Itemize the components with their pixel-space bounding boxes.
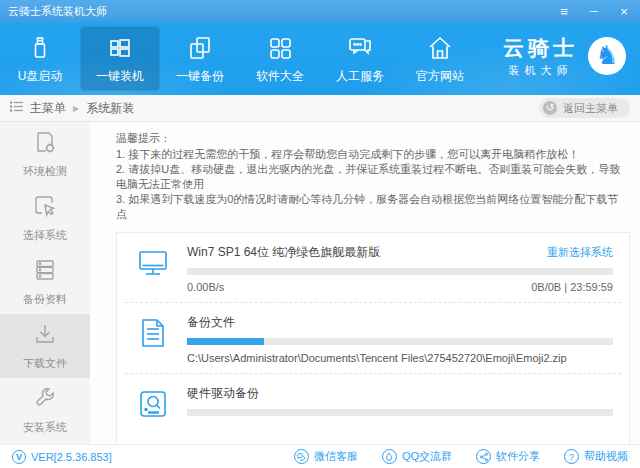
nav-label: 软件大全	[256, 68, 304, 85]
window-controls: ≡ ─ ×	[556, 5, 632, 18]
version-text: VER[2.5.36.853]	[31, 451, 112, 463]
nav-item-website[interactable]: 官方网站	[400, 26, 480, 91]
sidebar-item-select-system[interactable]: 选择系统	[0, 186, 90, 250]
document-icon	[135, 314, 171, 364]
footer-link-label: QQ交流群	[402, 449, 452, 464]
download-panel: Win7 SP1 64位 纯净绿色旗舰最新版 重新选择系统 0.00B/s 0B…	[116, 232, 630, 459]
back-button-label: 返回主菜单	[563, 101, 618, 116]
download-row-system: Win7 SP1 64位 纯净绿色旗舰最新版 重新选择系统 0.00B/s 0B…	[117, 233, 629, 302]
tips-line: 3. 如果遇到下载速度为0的情况时请耐心等待几分钟，服务器会自动根据您当前网络位…	[116, 192, 628, 222]
nav-item-usb-boot[interactable]: U盘启动	[0, 26, 80, 91]
share-software-link[interactable]: 软件分享	[476, 449, 540, 464]
help-icon: ?	[564, 449, 579, 464]
wechat-support-link[interactable]: 微信客服	[294, 449, 358, 464]
body: 环境检测 选择系统 备份资料 下载文件	[0, 122, 640, 444]
nav-label: 一键备份	[176, 68, 224, 85]
drive-search-icon	[135, 385, 171, 421]
back-to-main-menu-button[interactable]: ↺ 返回主菜单	[539, 98, 630, 118]
app-window: 云骑士系统装机大师 ≡ ─ × U盘启动 一键装机 一键备份	[0, 0, 640, 468]
footer-links: 微信客服 QQ交流群 软件分享 ? 帮助视频	[294, 449, 628, 464]
breadcrumb-root[interactable]: 主菜单	[30, 100, 66, 117]
main-content: 温馨提示： 1. 接下来的过程无需您的干预，程序会帮助您自动完成剩下的步骤，您可…	[90, 122, 640, 444]
sidebar-label: 选择系统	[23, 228, 67, 243]
home-icon	[426, 32, 454, 64]
reselect-system-link[interactable]: 重新选择系统	[547, 245, 613, 260]
qq-group-link[interactable]: QQ交流群	[382, 449, 452, 464]
download-title: Win7 SP1 64位 纯净绿色旗舰最新版	[187, 244, 380, 261]
copy-icon	[186, 32, 214, 64]
qq-icon	[382, 449, 397, 464]
install-system-icon	[32, 385, 58, 415]
sidebar-label: 下载文件	[23, 356, 67, 371]
footer-link-label: 帮助视频	[584, 449, 628, 464]
breadcrumb: 主菜单 ▶ 系统新装	[10, 100, 134, 117]
sidebar-item-download-files[interactable]: 下载文件	[0, 314, 90, 378]
sidebar-item-install-system[interactable]: 安装系统	[0, 378, 90, 442]
monitor-icon	[135, 244, 171, 293]
status-bar: V VER[2.5.36.853] 微信客服 QQ交流群 软件分享	[0, 444, 640, 468]
titlebar: 云骑士系统装机大师 ≡ ─ ×	[0, 0, 640, 22]
tips-block: 温馨提示： 1. 接下来的过程无需您的干预，程序会帮助您自动完成剩下的步骤，您可…	[116, 131, 628, 222]
select-system-icon	[32, 193, 58, 223]
nav-item-service[interactable]: 人工服务	[320, 26, 400, 91]
brand-name: 云骑士	[503, 34, 578, 62]
download-speed: 0.00B/s	[187, 281, 224, 293]
menu-list-icon	[10, 101, 23, 115]
download-size-time: 0B/0B | 23:59:59	[531, 281, 613, 293]
footer-link-label: 软件分享	[496, 449, 540, 464]
nav-label: 官方网站	[416, 68, 464, 85]
window-title: 云骑士系统装机大师	[8, 4, 556, 19]
version-info: V VER[2.5.36.853]	[12, 450, 112, 464]
sidebar-label: 备份资料	[23, 292, 67, 307]
progress-bar	[187, 268, 613, 275]
progress-bar	[187, 338, 613, 345]
wechat-icon	[294, 449, 309, 464]
tips-line: 1. 接下来的过程无需您的干预，程序会帮助您自动完成剩下的步骤，您可以离开电脑稍…	[116, 147, 628, 162]
nav-item-one-key-backup[interactable]: 一键备份	[160, 26, 240, 91]
progress-bar	[187, 409, 613, 416]
breadcrumb-current: 系统新装	[86, 100, 134, 117]
chat-icon	[345, 32, 375, 64]
knight-emblem-icon: ♞	[588, 37, 626, 75]
nav-item-one-key-install[interactable]: 一键装机	[80, 26, 160, 91]
share-icon	[476, 449, 491, 464]
usb-icon	[26, 32, 54, 64]
grid-icon	[266, 32, 294, 64]
nav-label: U盘启动	[18, 68, 63, 85]
footer-link-label: 微信客服	[314, 449, 358, 464]
brand-subtitle: 装机大师	[503, 63, 578, 78]
back-arrow-icon: ↺	[543, 101, 557, 115]
env-check-icon	[32, 129, 58, 159]
nav-label: 一键装机	[96, 68, 144, 85]
breadcrumb-bar: 主菜单 ▶ 系统新装 ↺ 返回主菜单	[0, 95, 640, 122]
minimize-icon[interactable]: ─	[586, 6, 602, 17]
version-badge-icon: V	[12, 450, 26, 464]
backup-file-path: C:\Users\Administrator\Documents\Tencent…	[187, 352, 613, 364]
sidebar-label: 安装系统	[23, 420, 67, 435]
top-nav: U盘启动 一键装机 一键备份 软件大全 人工服务	[0, 22, 640, 95]
sidebar: 环境检测 选择系统 备份资料 下载文件	[0, 122, 90, 444]
chevron-right-icon: ▶	[73, 104, 79, 113]
download-row-backup-files: 备份文件 C:\Users\Administrator\Documents\Te…	[117, 303, 629, 373]
brand-logo: 云骑士 装机大师 ♞	[503, 34, 626, 78]
nav-label: 人工服务	[336, 68, 384, 85]
sidebar-item-backup-data[interactable]: 备份资料	[0, 250, 90, 314]
download-row-driver-backup: 硬件驱动备份	[117, 374, 629, 430]
tips-line: 2. 请拔掉U盘、移动硬盘，退出光驱内的光盘，并保证系统重装过程不断电。否则重装…	[116, 162, 628, 192]
download-title: 硬件驱动备份	[187, 385, 259, 402]
menu-icon[interactable]: ≡	[556, 5, 572, 18]
download-title: 备份文件	[187, 314, 235, 331]
tips-title: 温馨提示：	[116, 131, 628, 146]
download-file-icon	[32, 321, 58, 351]
sidebar-item-env-check[interactable]: 环境检测	[0, 122, 90, 186]
progress-fill	[187, 338, 264, 345]
window-tiles-icon	[105, 32, 135, 64]
help-video-link[interactable]: ? 帮助视频	[564, 449, 628, 464]
nav-item-software[interactable]: 软件大全	[240, 26, 320, 91]
close-icon[interactable]: ×	[616, 5, 632, 18]
sidebar-label: 环境检测	[23, 164, 67, 179]
backup-data-icon	[32, 257, 58, 287]
